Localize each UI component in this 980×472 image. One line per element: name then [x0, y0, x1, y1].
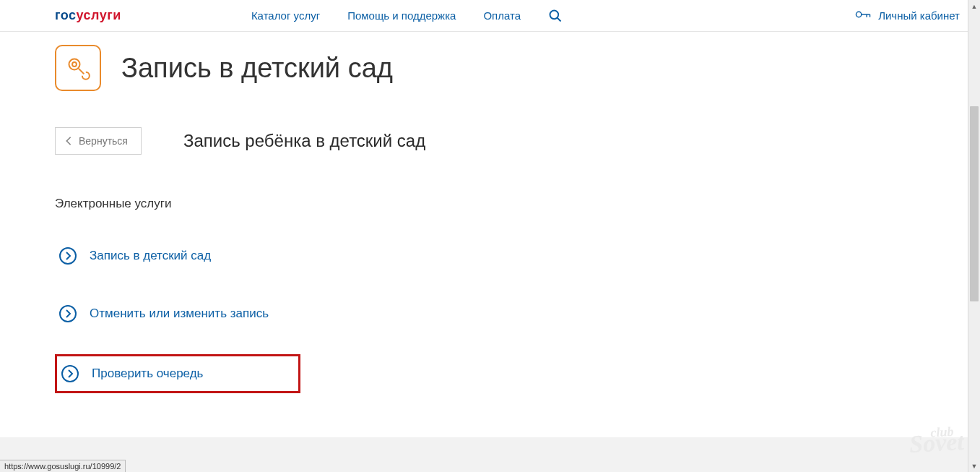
chevron-right-icon: [59, 305, 77, 322]
account-link[interactable]: Личный кабинет: [855, 9, 960, 22]
service-enroll[interactable]: Запись в детский сад: [55, 239, 300, 273]
service-cancel-edit[interactable]: Отменить или изменить запись: [55, 296, 300, 331]
scroll-thumb[interactable]: [970, 106, 979, 301]
svg-point-0: [550, 10, 559, 19]
logo-part-1: гос: [55, 8, 77, 22]
header: госуслуги Каталог услуг Помощь и поддерж…: [0, 0, 980, 32]
service-check-queue[interactable]: Проверить очередь: [55, 354, 300, 393]
footer-strip: [0, 437, 980, 472]
search-icon[interactable]: [548, 9, 563, 23]
svg-point-7: [72, 62, 77, 66]
scroll-up-icon[interactable]: ▲: [968, 0, 980, 12]
scroll-track[interactable]: [968, 12, 980, 460]
chevron-right-icon: [61, 365, 79, 382]
browser-status-bar: https://www.gosuslugi.ru/10999/2: [0, 460, 126, 472]
service-list: Запись в детский сад Отменить или измени…: [55, 239, 300, 393]
top-nav: Каталог услуг Помощь и поддержка Оплата: [251, 9, 563, 23]
nav-help[interactable]: Помощь и поддержка: [347, 9, 456, 22]
chevron-left-icon: [64, 136, 73, 146]
scroll-down-icon[interactable]: ▼: [968, 460, 980, 472]
logo-part-2: услуги: [77, 8, 121, 22]
pacifier-icon: [55, 45, 101, 91]
service-label: Проверить очередь: [92, 366, 203, 381]
page-title: Запись в детский сад: [121, 53, 393, 84]
section-heading: Электронные услуги: [55, 197, 960, 211]
subtitle-row: Вернуться Запись ребёнка в детский сад: [55, 127, 960, 155]
site-logo[interactable]: госуслуги: [55, 8, 121, 23]
back-button[interactable]: Вернуться: [55, 127, 142, 155]
back-label: Вернуться: [79, 135, 128, 147]
key-icon: [855, 9, 871, 22]
svg-point-2: [857, 12, 862, 17]
scrollbar[interactable]: ▲ ▼: [968, 0, 980, 472]
svg-line-1: [558, 17, 561, 21]
chevron-right-icon: [59, 247, 77, 265]
title-row: Запись в детский сад: [55, 45, 960, 91]
nav-pay[interactable]: Оплата: [483, 9, 521, 22]
service-label: Запись в детский сад: [90, 249, 211, 263]
page-body: Запись в детский сад Вернуться Запись ре…: [0, 32, 980, 437]
nav-catalog[interactable]: Каталог услуг: [251, 9, 320, 22]
service-label: Отменить или изменить запись: [90, 306, 269, 321]
svg-point-6: [69, 59, 80, 70]
account-label: Личный кабинет: [878, 9, 960, 22]
page-subtitle: Запись ребёнка в детский сад: [183, 131, 425, 151]
